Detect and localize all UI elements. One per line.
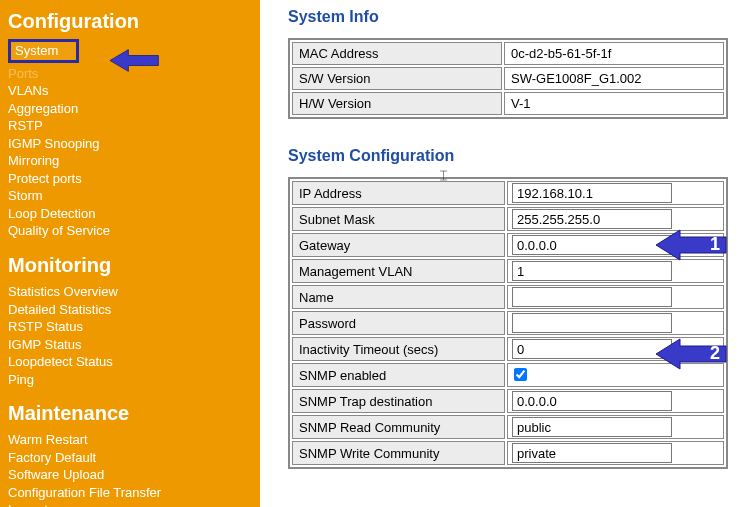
table-row: SNMP enabled — [292, 363, 724, 387]
table-row: H/W Version V-1 — [292, 92, 724, 115]
table-row: Gateway — [292, 233, 724, 257]
label-sw-version: S/W Version — [292, 67, 502, 90]
label-password: Password — [292, 311, 505, 335]
table-row: Management VLAN — [292, 259, 724, 283]
sidebar-item-protect-ports[interactable]: Protect ports — [8, 170, 252, 188]
heading-system-info: System Info — [288, 8, 729, 26]
sidebar-heading-configuration: Configuration — [8, 10, 252, 33]
label-snmp-write: SNMP Write Community — [292, 441, 505, 465]
label-gateway: Gateway — [292, 233, 505, 257]
input-name[interactable] — [512, 287, 672, 307]
sidebar-item-qos[interactable]: Quality of Service — [8, 222, 252, 240]
input-inactivity-timeout[interactable] — [512, 339, 672, 359]
input-gateway[interactable] — [512, 235, 672, 255]
sidebar-item-statistics-overview[interactable]: Statistics Overview — [8, 283, 252, 301]
table-row: SNMP Trap destination — [292, 389, 724, 413]
label-snmp-trap: SNMP Trap destination — [292, 389, 505, 413]
annotation-arrow-left-icon — [110, 48, 160, 76]
sidebar-item-ping[interactable]: Ping — [8, 371, 252, 389]
table-row: Name — [292, 285, 724, 309]
table-row: IP Address — [292, 181, 724, 205]
sidebar-item-rstp-status[interactable]: RSTP Status — [8, 318, 252, 336]
sidebar-item-warm-restart[interactable]: Warm Restart — [8, 431, 252, 449]
input-mgmt-vlan[interactable] — [512, 261, 672, 281]
value-hw-version: V-1 — [504, 92, 724, 115]
input-snmp-write[interactable] — [512, 443, 672, 463]
table-row: Inactivity Timeout (secs) — [292, 337, 724, 361]
label-inactivity-timeout: Inactivity Timeout (secs) — [292, 337, 505, 361]
sidebar-item-cfg-file-transfer[interactable]: Configuration File Transfer — [8, 484, 252, 502]
table-row: S/W Version SW-GE1008F_G1.002 — [292, 67, 724, 90]
input-snmp-read[interactable] — [512, 417, 672, 437]
sidebar-item-igmp-status[interactable]: IGMP Status — [8, 336, 252, 354]
sidebar-item-detailed-statistics[interactable]: Detailed Statistics — [8, 301, 252, 319]
input-password[interactable] — [512, 313, 672, 333]
label-hw-version: H/W Version — [292, 92, 502, 115]
sidebar-item-logout[interactable]: Logout — [8, 501, 252, 507]
heading-system-configuration: System Configuration — [288, 147, 729, 165]
sidebar-item-loopdetect-status[interactable]: Loopdetect Status — [8, 353, 252, 371]
sidebar-section-monitoring: Monitoring Statistics Overview Detailed … — [8, 254, 252, 388]
sidebar-item-igmp-snooping[interactable]: IGMP Snooping — [8, 135, 252, 153]
table-row: SNMP Write Community — [292, 441, 724, 465]
sidebar-item-loop-detection[interactable]: Loop Detection — [8, 205, 252, 223]
sidebar-item-system[interactable]: System — [8, 39, 79, 63]
label-mac-address: MAC Address — [292, 42, 502, 65]
label-subnet-mask: Subnet Mask — [292, 207, 505, 231]
sidebar-item-vlans[interactable]: VLANs — [8, 82, 252, 100]
svg-marker-0 — [110, 50, 158, 72]
sidebar-heading-maintenance: Maintenance — [8, 402, 252, 425]
system-info-table: MAC Address 0c-d2-b5-61-5f-1f S/W Versio… — [288, 38, 728, 119]
sidebar-item-mirroring[interactable]: Mirroring — [8, 152, 252, 170]
system-config-table: IP Address Subnet Mask Gateway Managemen… — [288, 177, 728, 469]
table-row: MAC Address 0c-d2-b5-61-5f-1f — [292, 42, 724, 65]
label-name: Name — [292, 285, 505, 309]
input-snmp-trap[interactable] — [512, 391, 672, 411]
value-mac-address: 0c-d2-b5-61-5f-1f — [504, 42, 724, 65]
label-mgmt-vlan: Management VLAN — [292, 259, 505, 283]
sidebar-item-factory-default[interactable]: Factory Default — [8, 449, 252, 467]
sidebar-section-configuration: Configuration System Ports VLANs Aggrega… — [8, 10, 252, 240]
main-content: System Info MAC Address 0c-d2-b5-61-5f-1… — [260, 0, 743, 507]
table-row: SNMP Read Community — [292, 415, 724, 439]
sidebar-item-aggregation[interactable]: Aggregation — [8, 100, 252, 118]
table-row: Subnet Mask — [292, 207, 724, 231]
input-ip-address[interactable] — [512, 183, 672, 203]
sidebar: Configuration System Ports VLANs Aggrega… — [0, 0, 260, 507]
input-subnet-mask[interactable] — [512, 209, 672, 229]
table-row: Password — [292, 311, 724, 335]
sidebar-item-rstp[interactable]: RSTP — [8, 117, 252, 135]
sidebar-item-storm[interactable]: Storm — [8, 187, 252, 205]
sidebar-heading-monitoring: Monitoring — [8, 254, 252, 277]
sidebar-section-maintenance: Maintenance Warm Restart Factory Default… — [8, 402, 252, 507]
checkbox-snmp-enabled[interactable] — [514, 368, 527, 381]
value-sw-version: SW-GE1008F_G1.002 — [504, 67, 724, 90]
label-snmp-read: SNMP Read Community — [292, 415, 505, 439]
label-snmp-enabled: SNMP enabled — [292, 363, 505, 387]
label-ip-address: IP Address — [292, 181, 505, 205]
sidebar-item-software-upload[interactable]: Software Upload — [8, 466, 252, 484]
